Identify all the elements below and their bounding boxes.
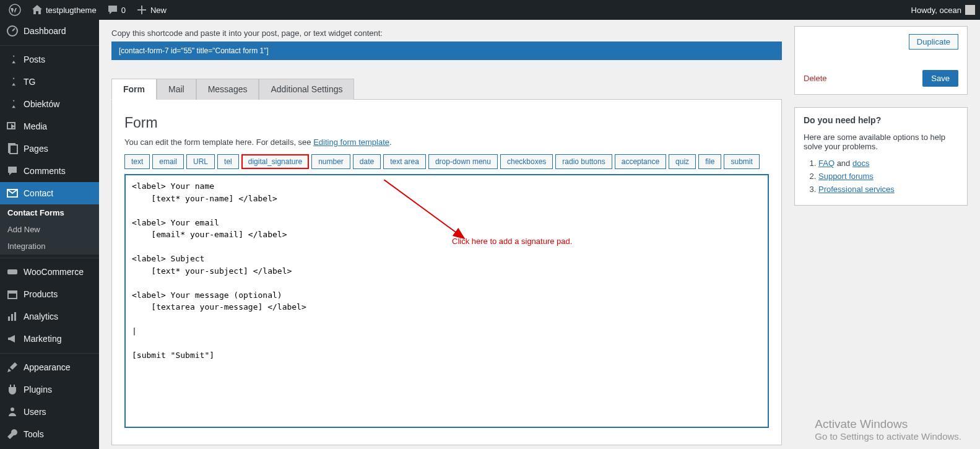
- pin-icon: [6, 76, 19, 88]
- sidebar-item-label: TG: [24, 77, 35, 87]
- wp-logo[interactable]: [4, 0, 26, 20]
- tag-date-button[interactable]: date: [353, 154, 381, 169]
- professional-services-link[interactable]: Professional services: [818, 185, 895, 194]
- help-item-pro: Professional services: [818, 185, 958, 194]
- form-desc-suffix: .: [389, 137, 392, 147]
- sidebar-item-obiektow[interactable]: Obiektów: [0, 93, 99, 115]
- tag-submit-button[interactable]: submit: [724, 154, 759, 169]
- save-button[interactable]: Save: [922, 70, 958, 87]
- docs-link[interactable]: docs: [852, 159, 869, 168]
- main-content: Copy this shortcode and paste it into yo…: [99, 20, 980, 449]
- sidebar-item-label: Obiektów: [24, 99, 59, 109]
- sidebar-item-label: Dashboard: [24, 26, 66, 36]
- tag-text-button[interactable]: text: [124, 154, 150, 169]
- woo-icon: [6, 266, 19, 278]
- avatar-icon: [965, 5, 975, 15]
- help-title: Do you need help?: [804, 115, 958, 125]
- comment-icon: [6, 165, 19, 177]
- home-icon: [31, 4, 43, 16]
- tag-textarea-button[interactable]: text area: [383, 154, 426, 169]
- tag-url-button[interactable]: URL: [186, 154, 215, 169]
- sidebar-item-woocommerce[interactable]: WooCommerce: [0, 261, 99, 283]
- sidebar-item-appearance[interactable]: Appearance: [0, 356, 99, 378]
- support-forums-link[interactable]: Support forums: [818, 172, 874, 181]
- tab-additional-settings[interactable]: Additional Settings: [259, 79, 354, 100]
- tab-mail[interactable]: Mail: [157, 79, 196, 100]
- tag-email-button[interactable]: email: [152, 154, 184, 169]
- sidebar-item-plugins[interactable]: Plugins: [0, 378, 99, 401]
- sidebar-item-dashboard[interactable]: Dashboard: [0, 20, 99, 42]
- plugin-icon: [6, 383, 19, 396]
- help-item-faq: FAQ and docs: [818, 159, 958, 168]
- submenu-add-new[interactable]: Add New: [0, 221, 99, 238]
- tag-tel-button[interactable]: tel: [217, 154, 239, 169]
- delete-link[interactable]: Delete: [804, 74, 827, 83]
- megaphone-icon: [6, 333, 19, 345]
- sidebar-item-label: Media: [24, 121, 47, 131]
- faq-link[interactable]: FAQ: [818, 159, 835, 168]
- sidebar-item-users[interactable]: Users: [0, 401, 99, 423]
- form-desc-prefix: You can edit the form template here. For…: [124, 137, 313, 147]
- comments-count: 0: [121, 6, 126, 15]
- dashboard-icon: [6, 25, 19, 37]
- sidebar-item-analytics[interactable]: Analytics: [0, 305, 99, 328]
- sidebar-item-label: Plugins: [24, 385, 52, 395]
- site-home-link[interactable]: testplugtheme: [26, 0, 102, 20]
- tab-form[interactable]: Form: [111, 79, 157, 100]
- tag-dropdown-button[interactable]: drop-down menu: [428, 154, 498, 169]
- sidebar-item-comments[interactable]: Comments: [0, 160, 99, 182]
- sidebar-item-label: Pages: [24, 144, 48, 154]
- submenu-integration[interactable]: Integration: [0, 238, 99, 255]
- admin-topbar: testplugtheme 0 New Howdy, ocean: [0, 0, 980, 20]
- form-heading: Form: [124, 115, 769, 131]
- new-content-link[interactable]: New: [131, 0, 171, 20]
- tag-radio-button[interactable]: radio buttons: [555, 154, 612, 169]
- svg-rect-8: [8, 291, 17, 294]
- sidebar-item-label: WooCommerce: [24, 267, 84, 277]
- help-item-forums: Support forums: [818, 172, 958, 181]
- comments-link[interactable]: 0: [102, 0, 131, 20]
- mail-icon: [6, 187, 19, 199]
- sidebar-item-label: Analytics: [24, 312, 58, 321]
- submenu-contact-forms[interactable]: Contact Forms: [0, 204, 99, 221]
- publish-box: Duplicate Delete Save: [794, 26, 968, 95]
- shortcode-hint: Copy this shortcode and paste it into yo…: [111, 28, 782, 38]
- tag-acceptance-button[interactable]: acceptance: [615, 154, 666, 169]
- sidebar-item-marketing[interactable]: Marketing: [0, 328, 99, 350]
- svg-rect-9: [8, 316, 10, 321]
- tag-checkboxes-button[interactable]: checkboxes: [500, 154, 553, 169]
- form-description: You can edit the form template here. For…: [124, 137, 769, 147]
- page-icon: [6, 142, 19, 155]
- howdy-text: Howdy, ocean: [911, 6, 961, 15]
- tag-quiz-button[interactable]: quiz: [669, 154, 696, 169]
- help-box: Do you need help? Here are some availabl…: [794, 107, 968, 206]
- sidebar-item-media[interactable]: Media: [0, 115, 99, 137]
- tag-file-button[interactable]: file: [698, 154, 721, 169]
- editing-form-template-link[interactable]: Editing form template: [313, 137, 389, 147]
- plus-icon: [136, 4, 148, 16]
- users-icon: [6, 406, 19, 418]
- sidebar-item-label: Products: [24, 289, 58, 299]
- sidebar-item-tools[interactable]: Tools: [0, 423, 99, 445]
- tag-digital-signature-button[interactable]: digital_signature: [241, 154, 309, 169]
- windows-activation-watermark: Activate Windows Go to Settings to activ…: [815, 417, 961, 442]
- tab-messages[interactable]: Messages: [196, 79, 259, 100]
- svg-rect-4: [10, 145, 17, 154]
- pin-icon: [6, 98, 19, 110]
- duplicate-button[interactable]: Duplicate: [909, 34, 958, 50]
- svg-rect-6: [7, 269, 17, 274]
- new-label: New: [150, 6, 167, 15]
- user-account-link[interactable]: Howdy, ocean: [906, 0, 980, 20]
- annotation-text: Click here to add a signature pad.: [452, 237, 572, 246]
- sidebar-item-posts[interactable]: Posts: [0, 48, 99, 71]
- svg-rect-10: [11, 314, 13, 321]
- tag-number-button[interactable]: number: [311, 154, 350, 169]
- sidebar-item-pages[interactable]: Pages: [0, 137, 99, 160]
- tab-panel-form: Form You can edit the form template here…: [111, 99, 782, 445]
- media-icon: [6, 120, 19, 133]
- shortcode-box[interactable]: [contact-form-7 id="55" title="Contact f…: [111, 41, 782, 60]
- sidebar-item-products[interactable]: Products: [0, 283, 99, 305]
- svg-rect-11: [14, 312, 16, 321]
- sidebar-item-tg[interactable]: TG: [0, 71, 99, 93]
- sidebar-item-contact[interactable]: Contact: [0, 182, 99, 204]
